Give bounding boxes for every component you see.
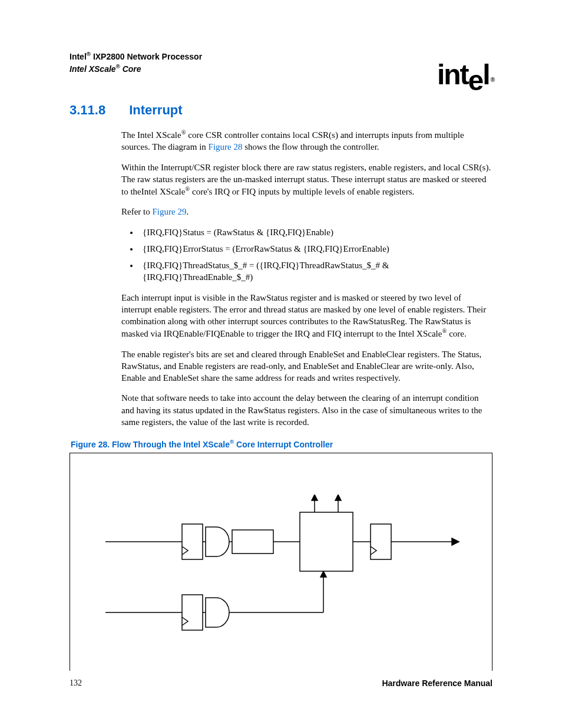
header-product: IXP2800 Network Processor	[91, 52, 202, 61]
svg-marker-10	[320, 571, 326, 577]
figure-29-xref[interactable]: Figure 29	[152, 207, 186, 216]
figure-28-xref[interactable]: Figure 28	[209, 142, 243, 151]
formula-item: {IRQ,FIQ}Status = (RawStatus & {IRQ,FIQ}…	[139, 226, 492, 238]
body-content: The Intel XScale® core CSR controller co…	[121, 129, 492, 428]
paragraph-5: The enable register's bits are set and c…	[121, 348, 492, 384]
reg-mark: ®	[87, 51, 91, 57]
paragraph-2: Within the Interrupt/CSR register block …	[121, 162, 492, 198]
section-title: Interrupt	[129, 103, 182, 118]
header-line1: Intel® IXP2800 Network Processor	[70, 50, 492, 62]
page-header: Intel® IXP2800 Network Processor Intel X…	[70, 50, 492, 74]
interrupt-flow-diagram	[105, 495, 465, 660]
page-number: 132	[70, 678, 82, 688]
section-heading: 3.11.8 Interrupt	[70, 103, 492, 118]
svg-rect-12	[300, 512, 353, 571]
svg-rect-6	[232, 530, 273, 554]
paragraph-4: Each interrupt input is visible in the R…	[121, 292, 492, 340]
svg-rect-2	[182, 524, 203, 559]
reg-mark: ®	[116, 63, 120, 70]
paragraph-1: The Intel XScale® core CSR controller co…	[121, 129, 492, 153]
svg-marker-20	[452, 538, 459, 545]
header-titles: Intel® IXP2800 Network Processor Intel X…	[70, 50, 492, 74]
logo-reg-mark: ®	[491, 77, 494, 83]
page-footer: 132 Hardware Reference Manual	[70, 678, 492, 688]
svg-rect-18	[371, 524, 391, 559]
header-line2: Intel XScale® Core	[70, 62, 492, 75]
header-sub-brand: Intel XScale	[70, 64, 116, 73]
header-brand: Intel	[70, 52, 87, 61]
paragraph-6: Note that software needs to take into ac…	[121, 392, 492, 428]
intel-logo: intel®	[437, 58, 492, 91]
header-sub-product: Core	[120, 64, 141, 73]
formula-item: {IRQ,FIQ}ErrorStatus = (ErrorRawStatus &…	[139, 243, 492, 255]
document-title: Hardware Reference Manual	[382, 678, 492, 688]
paragraph-3: Refer to Figure 29.	[121, 206, 492, 218]
figure-28-diagram	[70, 453, 492, 671]
formula-item: {IRQ,FIQ}ThreadStatus_$_# = ({IRQ,FIQ}Th…	[139, 259, 492, 284]
reg-mark: ®	[181, 129, 186, 136]
section-number: 3.11.8	[70, 103, 105, 118]
svg-rect-3	[182, 595, 203, 630]
svg-marker-16	[335, 495, 341, 500]
svg-marker-14	[312, 495, 318, 500]
formula-list: {IRQ,FIQ}Status = (RawStatus & {IRQ,FIQ}…	[139, 226, 492, 284]
figure-caption: Figure 28. Flow Through the Intel XScale…	[71, 439, 492, 449]
